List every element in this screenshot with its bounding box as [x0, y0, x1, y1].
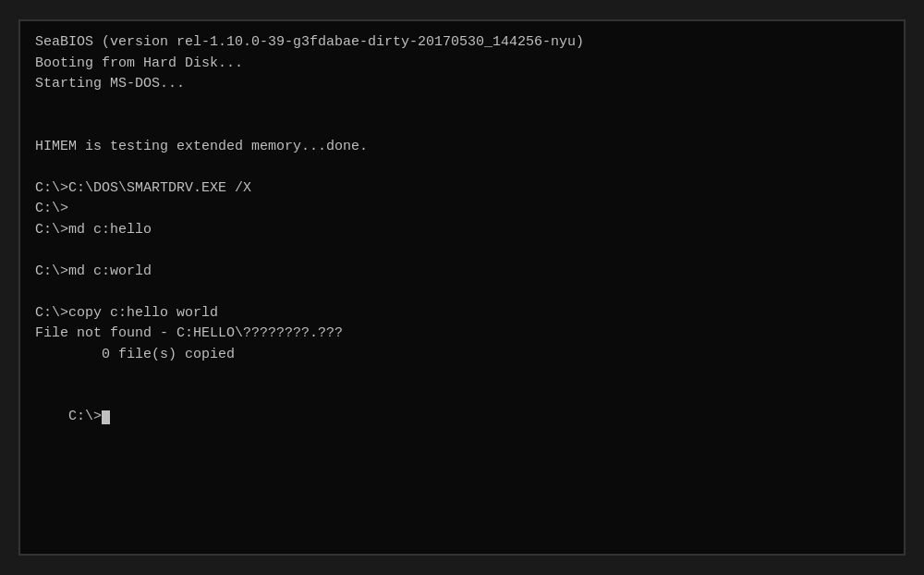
terminal-line-md-world: C:\>md c:world — [35, 262, 889, 283]
terminal-blank-3 — [35, 157, 889, 178]
terminal-line-prompt1: C:\> — [35, 199, 889, 220]
terminal-line-booting: Booting from Hard Disk... — [35, 54, 889, 75]
terminal-line-himem: HIMEM is testing extended memory...done. — [35, 137, 889, 158]
terminal-blank-1 — [35, 95, 889, 116]
terminal-prompt-text: C:\> — [68, 409, 102, 424]
terminal-line-starting-msdos: Starting MS-DOS... — [35, 74, 889, 95]
terminal-blank-2 — [35, 116, 889, 137]
terminal-line-final-prompt: C:\> — [35, 386, 889, 449]
terminal-line-seabios: SeaBIOS (version rel-1.10.0-39-g3fdabae-… — [35, 32, 889, 54]
terminal-line-files-copied: 0 file(s) copied — [35, 345, 889, 366]
terminal-cursor — [102, 410, 110, 424]
terminal-blank-4 — [35, 240, 889, 262]
terminal-line-file-not-found: File not found - C:HELLO\????????.??? — [35, 324, 889, 345]
terminal-line-smartdrv: C:\>C:\DOS\SMARTDRV.EXE /X — [35, 178, 889, 200]
terminal-line-copy: C:\>copy c:hello world — [35, 303, 889, 324]
terminal-window[interactable]: SeaBIOS (version rel-1.10.0-39-g3fdabae-… — [18, 19, 906, 556]
terminal-blank-6 — [35, 365, 889, 386]
terminal-blank-5 — [35, 282, 889, 303]
terminal-line-md-hello: C:\>md c:hello — [35, 220, 889, 241]
